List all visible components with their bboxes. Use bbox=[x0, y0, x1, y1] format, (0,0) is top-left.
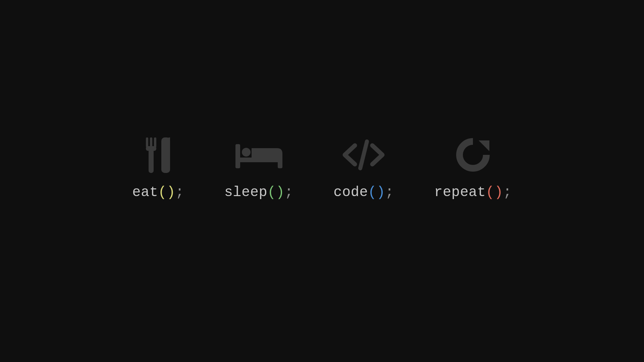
fn-name: code bbox=[333, 184, 368, 200]
svg-rect-6 bbox=[235, 144, 240, 168]
parens: () bbox=[267, 184, 284, 200]
item-repeat: repeat(); bbox=[434, 135, 512, 200]
label-code: code(); bbox=[333, 184, 394, 200]
parens: () bbox=[486, 184, 503, 200]
label-eat: eat(); bbox=[132, 184, 184, 200]
parens: () bbox=[158, 184, 175, 200]
svg-rect-9 bbox=[278, 158, 282, 168]
fn-name: repeat bbox=[434, 184, 486, 200]
code-brackets-icon bbox=[340, 135, 387, 175]
svg-rect-0 bbox=[146, 137, 148, 147]
svg-point-7 bbox=[242, 148, 251, 157]
svg-rect-4 bbox=[149, 148, 154, 173]
item-code: code(); bbox=[333, 135, 394, 200]
svg-rect-1 bbox=[150, 137, 152, 147]
svg-rect-5 bbox=[161, 137, 170, 173]
fn-name: sleep bbox=[224, 184, 268, 200]
label-sleep: sleep(); bbox=[224, 184, 293, 200]
semicolon: ; bbox=[385, 184, 394, 200]
label-repeat: repeat(); bbox=[434, 184, 512, 200]
svg-rect-8 bbox=[235, 158, 282, 162]
svg-rect-2 bbox=[154, 137, 156, 147]
semicolon: ; bbox=[503, 184, 512, 200]
semicolon: ; bbox=[175, 184, 184, 200]
parens: () bbox=[368, 184, 385, 200]
bed-icon bbox=[233, 135, 284, 175]
fn-name: eat bbox=[132, 184, 158, 200]
fork-knife-icon bbox=[141, 135, 175, 175]
semicolon: ; bbox=[285, 184, 293, 200]
wallpaper-content: eat(); sleep(); code(); bbox=[132, 135, 512, 200]
refresh-icon bbox=[454, 135, 491, 175]
item-eat: eat(); bbox=[132, 135, 184, 200]
item-sleep: sleep(); bbox=[224, 135, 293, 200]
